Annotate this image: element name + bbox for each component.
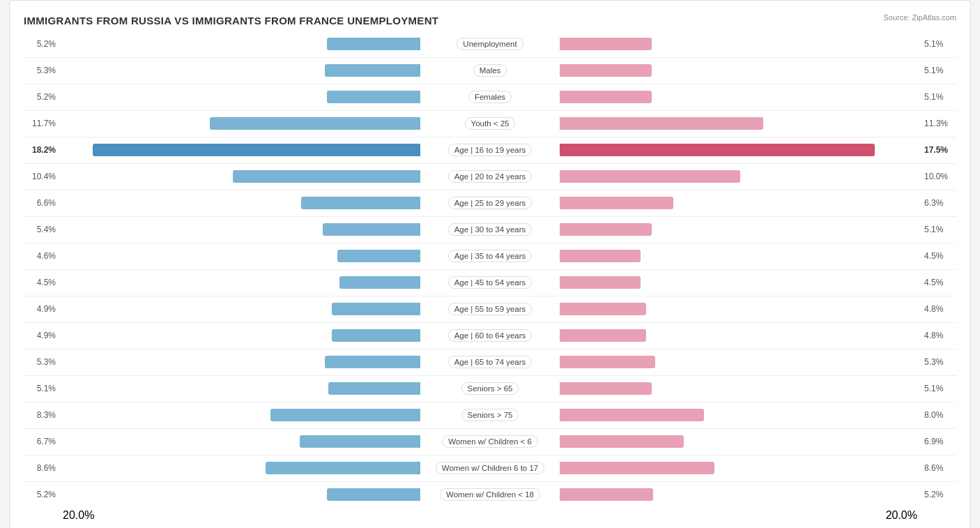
row-label: Unemployment	[457, 38, 523, 50]
right-bar	[560, 382, 652, 395]
chart-container: IMMIGRANTS FROM RUSSIA VS IMMIGRANTS FRO…	[9, 0, 971, 528]
row-label: Age | 30 to 34 years	[448, 223, 533, 236]
axis-row: 20.0% 20.0%	[24, 509, 956, 522]
left-bar	[327, 38, 420, 50]
left-value: 4.6%	[24, 251, 60, 261]
left-bar	[266, 462, 420, 474]
left-bar-container	[60, 301, 420, 317]
chart-title: IMMIGRANTS FROM RUSSIA VS IMMIGRANTS FRO…	[24, 15, 956, 27]
right-bar	[560, 462, 714, 474]
right-bar	[560, 170, 740, 183]
left-value: 5.2%	[24, 490, 60, 499]
right-bar-container	[560, 434, 920, 449]
right-bar-container	[560, 354, 920, 370]
chart-row: 6.6% Age | 25 to 29 years 6.3%	[24, 191, 956, 215]
left-value: 5.3%	[24, 66, 60, 75]
left-value: 10.4%	[24, 172, 60, 181]
center-label-wrap: Seniors > 75	[420, 409, 560, 421]
right-value: 5.1%	[920, 384, 956, 393]
right-bar	[560, 356, 655, 368]
left-bar-container	[60, 354, 420, 370]
center-label-wrap: Age | 16 to 19 years	[420, 144, 560, 156]
right-bar	[560, 435, 684, 448]
right-value: 10.0%	[920, 172, 956, 181]
right-bar	[560, 409, 704, 421]
right-bar-container	[560, 460, 920, 476]
right-value: 5.3%	[920, 357, 956, 367]
row-label: Age | 25 to 29 years	[448, 197, 533, 209]
bars-area: 5.2% Unemployment 5.1% 5.3%	[24, 32, 956, 506]
right-value: 4.5%	[920, 251, 956, 261]
right-bar-container	[560, 222, 920, 237]
right-bar-container	[560, 195, 920, 211]
left-value: 5.2%	[24, 39, 60, 49]
left-value: 8.6%	[24, 463, 60, 473]
right-bar-container	[560, 301, 920, 317]
center-label-wrap: Age | 60 to 64 years	[420, 329, 560, 342]
left-bar	[210, 117, 420, 130]
chart-row: 11.7% Youth < 25 11.3%	[24, 112, 956, 135]
center-label-wrap: Women w/ Children 6 to 17	[420, 462, 560, 474]
right-bar-container	[560, 142, 920, 158]
center-label-wrap: Age | 35 to 44 years	[420, 250, 560, 262]
chart-row: 8.6% Women w/ Children 6 to 17 8.6%	[24, 456, 956, 480]
left-value: 4.9%	[24, 331, 60, 340]
right-bar-container	[560, 275, 920, 290]
left-value: 6.6%	[24, 198, 60, 208]
left-bar-container	[60, 275, 420, 290]
right-value: 5.2%	[920, 490, 956, 499]
left-bar	[332, 303, 420, 315]
right-value: 8.0%	[920, 410, 956, 420]
right-bar-container	[560, 63, 920, 78]
source-label: Source: ZipAtlas.com	[883, 13, 956, 22]
left-value: 11.7%	[24, 119, 60, 128]
row-label: Males	[473, 64, 507, 77]
left-bar	[327, 91, 420, 103]
left-bar	[323, 223, 420, 236]
row-label: Youth < 25	[465, 117, 516, 130]
right-bar	[560, 329, 646, 342]
center-label-wrap: Age | 20 to 24 years	[420, 170, 560, 183]
left-value: 4.5%	[24, 278, 60, 287]
left-bar-container	[60, 36, 420, 52]
center-label-wrap: Age | 45 to 54 years	[420, 276, 560, 289]
right-bar	[560, 276, 641, 289]
right-bar-container	[560, 89, 920, 105]
center-label-wrap: Women w/ Children < 6	[420, 435, 560, 448]
chart-row: 5.4% Age | 30 to 34 years 5.1%	[24, 218, 956, 241]
left-bar-container	[60, 195, 420, 211]
chart-row: 10.4% Age | 20 to 24 years 10.0%	[24, 165, 956, 188]
left-bar-container	[60, 116, 420, 131]
left-bar	[270, 409, 420, 421]
row-label: Age | 16 to 19 years	[448, 144, 533, 156]
center-label-wrap: Males	[420, 64, 560, 77]
left-value: 4.9%	[24, 304, 60, 314]
left-bar-container	[60, 169, 420, 184]
right-bar	[560, 91, 652, 103]
chart-row: 5.3% Males 5.1%	[24, 59, 956, 82]
left-bar	[93, 144, 420, 156]
row-label: Age | 55 to 59 years	[448, 303, 533, 315]
left-bar-container	[60, 248, 420, 264]
left-value: 8.3%	[24, 410, 60, 420]
left-bar	[339, 276, 420, 289]
center-label-wrap: Unemployment	[420, 38, 560, 50]
chart-row: 5.2% Unemployment 5.1%	[24, 32, 956, 56]
right-bar	[560, 64, 652, 77]
right-bar-container	[560, 487, 920, 502]
right-bar	[560, 197, 673, 209]
row-label: Age | 35 to 44 years	[448, 250, 533, 262]
chart-row: 4.9% Age | 60 to 64 years 4.8%	[24, 324, 956, 347]
left-bar-container	[60, 63, 420, 78]
center-label-wrap: Females	[420, 91, 560, 103]
center-label-wrap: Seniors > 65	[420, 382, 560, 395]
right-bar-container	[560, 381, 920, 396]
row-label: Age | 45 to 54 years	[448, 276, 533, 289]
right-value: 4.5%	[920, 278, 956, 287]
left-bar-container	[60, 487, 420, 502]
right-value: 11.3%	[920, 119, 956, 128]
left-value: 5.3%	[24, 357, 60, 367]
center-label-wrap: Age | 30 to 34 years	[420, 223, 560, 236]
right-bar-container	[560, 407, 920, 423]
row-label: Seniors > 75	[461, 409, 519, 421]
